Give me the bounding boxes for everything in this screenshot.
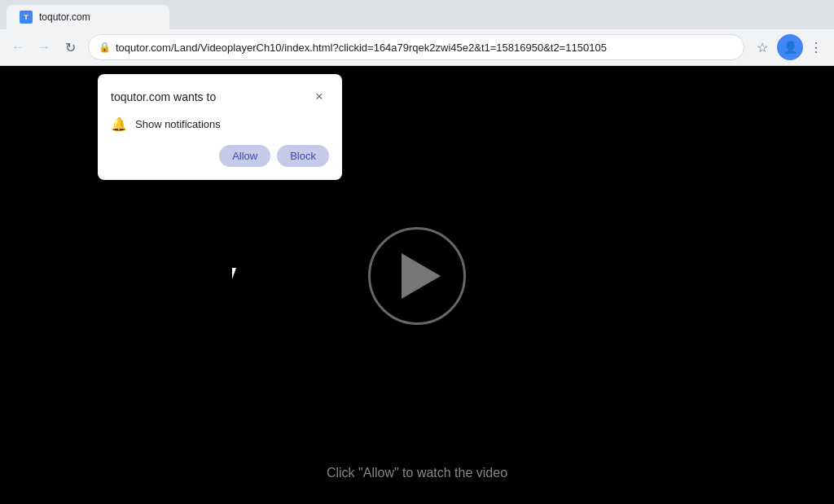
chrome-menu-button[interactable]: ⋮	[805, 36, 827, 59]
forward-button[interactable]: →	[33, 36, 55, 59]
bookmark-button[interactable]: ☆	[751, 36, 774, 59]
play-button-container	[368, 227, 466, 325]
video-caption: Click "Allow" to watch the video	[327, 466, 507, 480]
toolbar: ← → ↻ 🔒 toqutor.com/Land/VideoplayerCh10…	[0, 29, 834, 65]
notification-popup: toqutor.com wants to × 🔔 Show notificati…	[98, 74, 342, 180]
profile-button[interactable]: 👤	[777, 34, 803, 60]
profile-avatar: 👤	[779, 36, 801, 59]
bell-icon: 🔔	[111, 116, 127, 132]
allow-button[interactable]: Allow	[219, 145, 270, 167]
popup-close-button[interactable]: ×	[309, 87, 329, 107]
url-text: toqutor.com/Land/VideoplayerCh10/index.h…	[116, 42, 734, 54]
tab-favicon: T	[20, 11, 33, 24]
address-bar[interactable]: 🔒 toqutor.com/Land/VideoplayerCh10/index…	[88, 34, 744, 60]
notification-label: Show notifications	[135, 118, 221, 130]
active-tab[interactable]: T toqutor.com	[7, 5, 169, 29]
notification-row: 🔔 Show notifications	[111, 116, 329, 132]
back-button[interactable]: ←	[7, 36, 29, 59]
reload-button[interactable]: ↻	[59, 36, 81, 59]
toolbar-right: 👤 ⋮	[777, 34, 827, 60]
popup-buttons: Allow Block	[111, 145, 329, 167]
browser-chrome: T toqutor.com ← → ↻ 🔒 toqutor.com/Land/V…	[0, 0, 834, 66]
block-button[interactable]: Block	[277, 145, 329, 167]
popup-header: toqutor.com wants to ×	[111, 87, 329, 107]
tab-title: toqutor.com	[39, 11, 156, 23]
tab-bar: T toqutor.com	[0, 0, 834, 29]
page-content: toqutor.com wants to × 🔔 Show notificati…	[0, 66, 834, 504]
play-button[interactable]	[368, 227, 466, 325]
secure-icon: 🔒	[99, 42, 111, 53]
popup-title: toqutor.com wants to	[111, 90, 216, 103]
play-triangle-icon	[402, 253, 441, 299]
